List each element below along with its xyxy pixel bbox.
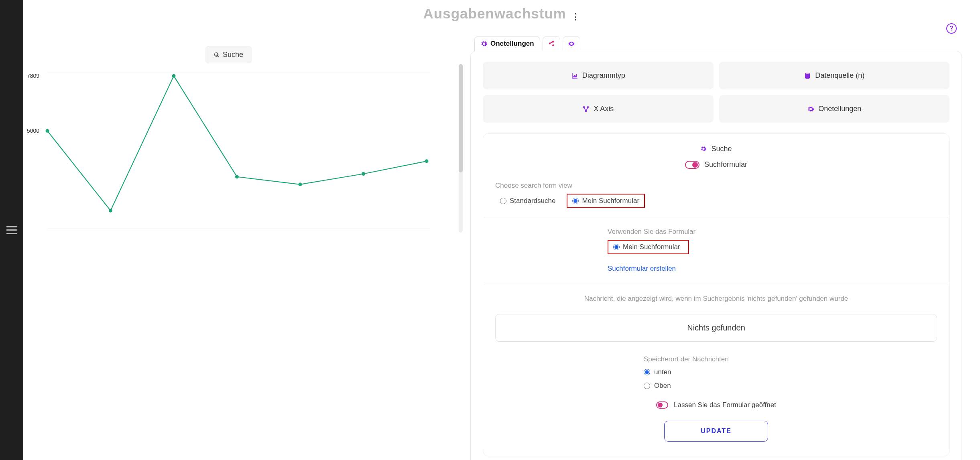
radio-standard-input[interactable] [500,198,506,204]
svg-point-6 [299,182,302,186]
chart-search-button[interactable]: Suche [206,47,251,63]
share-icon [548,40,555,47]
use-form-label: Verwenden Sie das Formular [608,228,897,236]
svg-point-3 [109,209,112,213]
option-settings-label: Onetellungen [818,105,861,113]
svg-point-2 [46,129,49,133]
location-top-input[interactable] [644,383,650,389]
update-button[interactable]: UPDATE [664,421,768,442]
divider [483,284,949,284]
menu-toggle-icon[interactable] [6,226,17,234]
search-form-toggle-row: Suchformular [495,160,937,170]
chart-icon [571,72,578,79]
search-form-toggle[interactable] [685,161,699,169]
divider [483,217,949,217]
option-x-axis-label: X Axis [594,105,614,113]
config-panel: Onetellungen Diagrammtyp Datenquelle (n) [470,36,962,460]
scrollbar-thumb[interactable] [459,64,463,172]
use-form-option[interactable]: Mein Suchformular [608,240,689,254]
message-location-label: Speicherort der Nachrichten [644,355,937,363]
config-body: Diagrammtyp Datenquelle (n) X Axis Onete… [470,51,962,460]
config-tabs: Onetellungen [474,36,962,51]
not-found-message-description: Nachricht, die angezeigt wird, wenn im S… [495,295,937,303]
option-chart-type[interactable]: Diagrammtyp [483,62,714,89]
create-search-form-link[interactable]: Suchformular erstellen [608,265,676,273]
radio-standard-label: Standardsuche [510,197,555,205]
svg-point-5 [235,175,239,178]
tab-settings[interactable]: Onetellungen [474,36,540,51]
line-chart-svg [25,64,431,233]
not-found-message-input[interactable] [495,314,937,342]
radio-myform-input[interactable] [572,198,579,204]
location-top-label: Oben [654,382,671,390]
option-grid: Diagrammtyp Datenquelle (n) X Axis Onete… [483,62,950,123]
title-more-icon[interactable]: ⋮ [571,12,580,22]
eye-icon [568,40,575,47]
chart-panel: Suche 7809 5000 [23,40,463,441]
svg-point-8 [425,159,429,163]
y-tick-label: 7809 [27,73,39,79]
radio-my-form[interactable]: Mein Suchformular [567,194,645,208]
gears-icon [480,40,488,47]
search-section-title: Suche [711,145,732,153]
radio-standard-search[interactable]: Standardsuche [495,195,560,207]
tab-settings-label: Onetellungen [490,40,534,48]
chart-scrollbar[interactable] [459,64,463,233]
option-data-source[interactable]: Datenquelle (n) [719,62,950,89]
chart-area: 7809 5000 [25,64,431,233]
use-form-option-label: Mein Suchformular [623,243,680,251]
search-view-radio-group: Standardsuche Mein Suchformular [495,194,937,208]
keep-form-open-toggle[interactable] [656,401,668,409]
message-location-block: Speicherort der Nachrichten unten Oben [495,355,937,390]
radio-myform-label: Mein Suchformular [582,197,639,205]
tab-share[interactable] [543,36,560,51]
keep-form-open-label: Lassen Sie das Formular geöffnet [674,401,776,409]
use-form-block: Verwenden Sie das Formular Mein Suchform… [495,228,937,280]
search-icon [214,52,220,58]
search-form-toggle-label: Suchformular [704,160,747,169]
search-section: Suche Suchformular Choose search form vi… [483,133,950,456]
keep-form-open-row: Lassen Sie das Formular geöffnet [495,401,937,410]
option-chart-type-label: Diagrammtyp [582,71,625,80]
left-rail [0,0,23,460]
location-top-option[interactable]: Oben [644,382,937,390]
gear-icon [700,146,707,152]
axis-icon [582,105,590,113]
location-bottom-input[interactable] [644,369,650,375]
svg-point-4 [172,74,176,78]
svg-point-7 [362,172,365,176]
page-title: Ausgabenwachstum [423,6,566,22]
database-icon [804,72,811,79]
option-x-axis[interactable]: X Axis [483,95,714,123]
option-data-source-label: Datenquelle (n) [815,71,864,80]
gear-icon [807,105,814,113]
y-tick-label: 5000 [27,128,39,134]
chart-search-label: Suche [223,51,243,59]
location-bottom-option[interactable]: unten [644,368,937,376]
option-settings[interactable]: Onetellungen [719,95,950,123]
use-form-radio-input[interactable] [613,244,620,250]
choose-view-label: Choose search form view [495,182,937,190]
message-location-options: unten Oben [644,368,937,390]
search-section-header: Suche [495,145,937,153]
page-header: Ausgabenwachstum ⋮ [23,6,980,22]
tab-preview[interactable] [563,36,580,51]
location-bottom-label: unten [654,368,671,376]
